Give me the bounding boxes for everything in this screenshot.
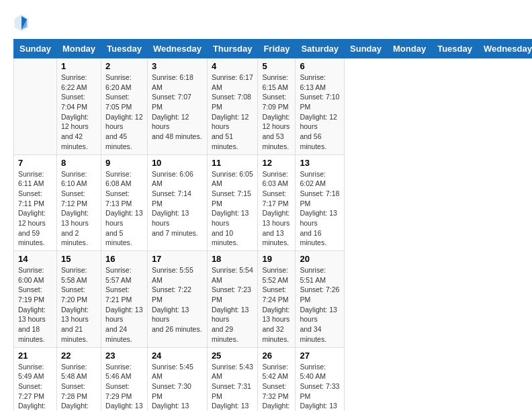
day-number: 21 [18,351,52,361]
day-info: Sunrise: 5:58 AM Sunset: 7:20 PM Dayligh… [61,265,97,345]
calendar-table: SundayMondayTuesdayWednesdayThursdayFrid… [13,39,532,411]
day-info: Sunrise: 6:10 AM Sunset: 7:12 PM Dayligh… [61,169,97,248]
day-info: Sunrise: 5:43 AM Sunset: 7:31 PM Dayligh… [212,362,254,412]
calendar-cell: 10Sunrise: 6:06 AM Sunset: 7:14 PM Dayli… [147,154,207,251]
calendar-cell: 1Sunrise: 6:22 AM Sunset: 7:04 PM Daylig… [56,58,101,155]
day-info: Sunrise: 5:57 AM Sunset: 7:21 PM Dayligh… [105,265,143,345]
calendar-cell: 6Sunrise: 6:13 AM Sunset: 7:10 PM Daylig… [296,58,345,155]
day-number: 23 [105,351,143,361]
day-info: Sunrise: 6:08 AM Sunset: 7:13 PM Dayligh… [105,169,143,248]
day-info: Sunrise: 5:55 AM Sunset: 7:22 PM Dayligh… [152,265,203,334]
calendar-cell: 16Sunrise: 5:57 AM Sunset: 7:21 PM Dayli… [101,251,148,348]
day-of-week-header: Monday [388,40,432,58]
calendar-cell: 4Sunrise: 6:17 AM Sunset: 7:08 PM Daylig… [207,58,258,155]
calendar-cell: 19Sunrise: 5:52 AM Sunset: 7:24 PM Dayli… [258,251,296,348]
calendar-cell: 24Sunrise: 5:45 AM Sunset: 7:30 PM Dayli… [147,347,207,411]
day-info: Sunrise: 5:48 AM Sunset: 7:28 PM Dayligh… [61,362,97,412]
day-info: Sunrise: 5:45 AM Sunset: 7:30 PM Dayligh… [152,362,203,412]
day-info: Sunrise: 6:03 AM Sunset: 7:17 PM Dayligh… [262,169,291,248]
day-of-week-header: Friday [258,40,296,58]
calendar-cell: 3Sunrise: 6:18 AM Sunset: 7:07 PM Daylig… [147,58,207,155]
day-number: 5 [262,61,291,71]
day-number: 18 [212,254,254,264]
calendar-cell: 13Sunrise: 6:02 AM Sunset: 7:18 PM Dayli… [296,154,345,251]
day-info: Sunrise: 5:49 AM Sunset: 7:27 PM Dayligh… [18,362,52,412]
calendar-cell: 7Sunrise: 6:11 AM Sunset: 7:11 PM Daylig… [14,154,57,251]
calendar-cell: 14Sunrise: 6:00 AM Sunset: 7:19 PM Dayli… [14,251,57,348]
day-of-week-header: Tuesday [101,40,148,58]
calendar-week-row: 7Sunrise: 6:11 AM Sunset: 7:11 PM Daylig… [14,154,533,251]
calendar-cell: 9Sunrise: 6:08 AM Sunset: 7:13 PM Daylig… [101,154,148,251]
day-of-week-header: Sunday [14,40,57,58]
day-info: Sunrise: 6:05 AM Sunset: 7:15 PM Dayligh… [212,169,254,248]
day-of-week-header: Wednesday [478,40,532,58]
day-number: 7 [18,158,52,168]
day-of-week-header: Saturday [296,40,345,58]
day-info: Sunrise: 6:00 AM Sunset: 7:19 PM Dayligh… [18,265,52,345]
day-number: 25 [212,351,254,361]
day-number: 3 [152,61,203,71]
calendar-cell: 25Sunrise: 5:43 AM Sunset: 7:31 PM Dayli… [207,347,258,411]
logo-icon [13,13,30,32]
calendar-cell: 15Sunrise: 5:58 AM Sunset: 7:20 PM Dayli… [56,251,101,348]
day-info: Sunrise: 5:51 AM Sunset: 7:26 PM Dayligh… [300,265,340,345]
day-number: 9 [105,158,143,168]
day-info: Sunrise: 6:17 AM Sunset: 7:08 PM Dayligh… [212,73,254,152]
day-info: Sunrise: 6:20 AM Sunset: 7:05 PM Dayligh… [105,73,143,152]
day-info: Sunrise: 5:46 AM Sunset: 7:29 PM Dayligh… [105,362,143,412]
day-number: 20 [300,254,340,264]
calendar-cell: 2Sunrise: 6:20 AM Sunset: 7:05 PM Daylig… [101,58,148,155]
calendar-week-row: 21Sunrise: 5:49 AM Sunset: 7:27 PM Dayli… [14,347,533,411]
calendar-cell: 22Sunrise: 5:48 AM Sunset: 7:28 PM Dayli… [56,347,101,411]
day-number: 4 [212,61,254,71]
day-of-week-header: Monday [56,40,101,58]
day-number: 27 [300,351,340,361]
calendar-week-row: 14Sunrise: 6:00 AM Sunset: 7:19 PM Dayli… [14,251,533,348]
day-number: 17 [152,254,203,264]
day-info: Sunrise: 6:06 AM Sunset: 7:14 PM Dayligh… [152,169,203,238]
calendar-cell: 8Sunrise: 6:10 AM Sunset: 7:12 PM Daylig… [56,154,101,251]
day-number: 13 [300,158,340,168]
day-info: Sunrise: 6:22 AM Sunset: 7:04 PM Dayligh… [61,73,97,152]
calendar-cell: 26Sunrise: 5:42 AM Sunset: 7:32 PM Dayli… [258,347,296,411]
logo [13,13,32,32]
day-number: 15 [61,254,97,264]
day-of-week-header: Sunday [345,40,388,58]
day-number: 10 [152,158,203,168]
day-of-week-header: Wednesday [147,40,207,58]
calendar-cell: 27Sunrise: 5:40 AM Sunset: 7:33 PM Dayli… [296,347,345,411]
day-number: 19 [262,254,291,264]
day-info: Sunrise: 5:52 AM Sunset: 7:24 PM Dayligh… [262,265,291,345]
day-info: Sunrise: 6:02 AM Sunset: 7:18 PM Dayligh… [300,169,340,248]
day-of-week-header: Tuesday [432,40,478,58]
calendar-cell: 17Sunrise: 5:55 AM Sunset: 7:22 PM Dayli… [147,251,207,348]
day-info: Sunrise: 6:18 AM Sunset: 7:07 PM Dayligh… [152,73,203,142]
day-number: 1 [61,61,97,71]
day-number: 12 [262,158,291,168]
calendar-cell: 5Sunrise: 6:15 AM Sunset: 7:09 PM Daylig… [258,58,296,155]
day-info: Sunrise: 6:15 AM Sunset: 7:09 PM Dayligh… [262,73,291,152]
calendar-cell: 23Sunrise: 5:46 AM Sunset: 7:29 PM Dayli… [101,347,148,411]
day-number: 26 [262,351,291,361]
calendar-cell: 20Sunrise: 5:51 AM Sunset: 7:26 PM Dayli… [296,251,345,348]
day-number: 8 [61,158,97,168]
calendar-cell: 21Sunrise: 5:49 AM Sunset: 7:27 PM Dayli… [14,347,57,411]
page-header [13,13,519,32]
day-number: 6 [300,61,340,71]
calendar-week-row: 1Sunrise: 6:22 AM Sunset: 7:04 PM Daylig… [14,58,533,155]
calendar-cell: 18Sunrise: 5:54 AM Sunset: 7:23 PM Dayli… [207,251,258,348]
day-info: Sunrise: 5:54 AM Sunset: 7:23 PM Dayligh… [212,265,254,345]
day-number: 11 [212,158,254,168]
day-number: 22 [61,351,97,361]
calendar-cell: 12Sunrise: 6:03 AM Sunset: 7:17 PM Dayli… [258,154,296,251]
day-of-week-header: Thursday [207,40,258,58]
calendar-cell: 11Sunrise: 6:05 AM Sunset: 7:15 PM Dayli… [207,154,258,251]
calendar-header-row: SundayMondayTuesdayWednesdayThursdayFrid… [14,40,533,58]
day-info: Sunrise: 5:40 AM Sunset: 7:33 PM Dayligh… [300,362,340,412]
day-number: 24 [152,351,203,361]
day-number: 14 [18,254,52,264]
day-number: 2 [105,61,143,71]
day-info: Sunrise: 6:11 AM Sunset: 7:11 PM Dayligh… [18,169,52,248]
day-info: Sunrise: 6:13 AM Sunset: 7:10 PM Dayligh… [300,73,340,152]
day-info: Sunrise: 5:42 AM Sunset: 7:32 PM Dayligh… [262,362,291,412]
